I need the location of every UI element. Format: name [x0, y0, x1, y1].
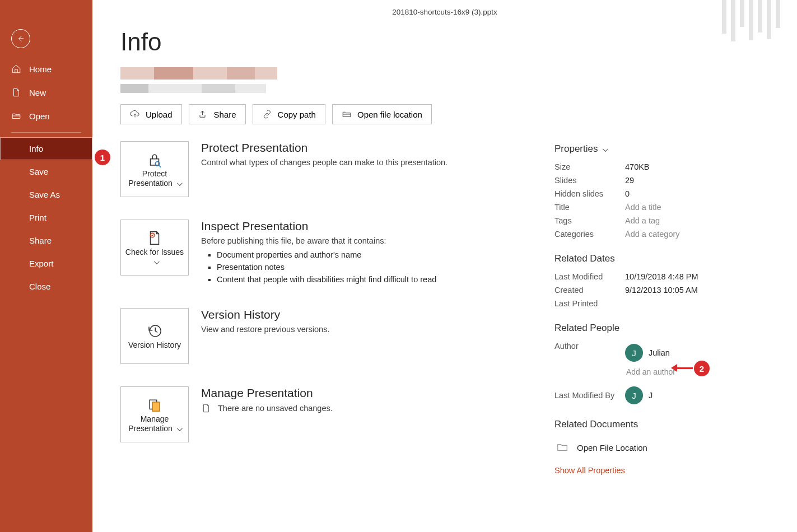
back-button[interactable]: [11, 29, 30, 48]
avatar: J: [625, 386, 643, 404]
prop-value: 10/19/2018 4:48 PM: [625, 272, 698, 281]
nav-label: Save: [29, 167, 48, 176]
inspect-item: Document properties and author's name: [217, 249, 436, 261]
show-all-properties-link[interactable]: Show All Properties: [554, 466, 625, 475]
nav-export[interactable]: Export: [0, 252, 92, 275]
open-file-location-link[interactable]: Open File Location: [554, 436, 756, 454]
prop-value: 29: [625, 176, 634, 185]
properties-panel: Properties Size 470KB Slides 29 Hidden s…: [554, 141, 756, 475]
date-created: Created 9/12/2013 10:05 AM: [554, 283, 756, 297]
prop-key: Size: [554, 162, 625, 171]
backstage-sidebar: Home New Open Info Save Save As Print Sh…: [0, 0, 92, 532]
inspect-item: Content that people with disabilities mi…: [217, 273, 436, 286]
upload-button[interactable]: Upload: [120, 104, 182, 124]
nav-label: New: [29, 88, 46, 97]
copy-path-button[interactable]: Copy path: [253, 104, 325, 124]
nav-close[interactable]: Close: [0, 275, 92, 298]
manage-status-text: There are no unsaved changes.: [218, 404, 333, 413]
properties-heading[interactable]: Properties: [554, 143, 756, 155]
prop-value: 0: [625, 189, 630, 198]
prop-placeholder: Add a tag: [625, 216, 660, 225]
link-icon: [262, 109, 272, 119]
manage-status: There are no unsaved changes.: [201, 403, 333, 413]
author-name: Julian: [649, 348, 670, 357]
nav-label: Share: [29, 236, 52, 245]
callout-badge-1: 1: [95, 150, 110, 165]
open-file-location-label: Open File Location: [577, 443, 647, 452]
prop-title[interactable]: Title Add a title: [554, 200, 756, 214]
prop-hidden-slides: Hidden slides 0: [554, 187, 756, 200]
prop-key: Slides: [554, 176, 625, 185]
upload-cloud-icon: [130, 109, 140, 119]
nav-label: Close: [29, 282, 50, 291]
prop-key: Created: [554, 286, 625, 295]
nav-save[interactable]: Save: [0, 160, 92, 183]
author-row: Author J Julian Add an author: [554, 339, 756, 384]
nav-divider: [11, 132, 81, 133]
prop-key: Title: [554, 203, 625, 212]
nav-print[interactable]: Print: [0, 206, 92, 229]
prop-key: Last Printed: [554, 299, 625, 308]
protect-presentation-card[interactable]: Protect Presentation: [120, 141, 189, 197]
date-last-printed: Last Printed: [554, 297, 756, 310]
button-label: Open file location: [357, 110, 422, 119]
lastmodby-person[interactable]: J J: [625, 386, 652, 404]
share-button[interactable]: Share: [189, 104, 246, 124]
document-icon: [201, 403, 211, 413]
related-dates-heading: Related Dates: [554, 253, 756, 264]
related-documents-heading: Related Documents: [554, 419, 756, 430]
document-check-icon: [146, 228, 163, 248]
nav-label: Open: [29, 111, 50, 121]
prop-tags[interactable]: Tags Add a tag: [554, 214, 756, 227]
history-icon: [146, 321, 163, 340]
callout-badge-2: 2: [694, 361, 710, 376]
home-icon: [11, 64, 21, 74]
page-title: Info: [120, 28, 769, 56]
prop-key: Hidden slides: [554, 189, 625, 198]
nav-info[interactable]: Info: [0, 137, 92, 160]
lastmodby-label: Last Modified By: [554, 391, 625, 400]
date-last-modified: Last Modified 10/19/2018 4:48 PM: [554, 270, 756, 283]
nav-open[interactable]: Open: [0, 104, 92, 128]
manage-presentation-card[interactable]: Manage Presentation: [120, 386, 189, 442]
nav-home[interactable]: Home: [0, 57, 92, 81]
prop-categories[interactable]: Categories Add a category: [554, 227, 756, 241]
button-label: Copy path: [278, 110, 316, 119]
version-history-card[interactable]: Version History: [120, 308, 189, 364]
card-label: Protect Presentation: [123, 169, 186, 189]
prop-slides: Slides 29: [554, 174, 756, 187]
prop-placeholder: Add a category: [625, 230, 680, 239]
open-file-location-button[interactable]: Open file location: [332, 104, 432, 124]
nav-label: Export: [29, 259, 53, 268]
check-for-issues-card[interactable]: Check for Issues: [120, 220, 189, 276]
card-label: Manage Presentation: [123, 414, 186, 434]
redacted-path: [120, 67, 277, 94]
share-icon: [198, 109, 208, 119]
prop-placeholder: Add a title: [625, 203, 661, 212]
button-label: Upload: [146, 110, 173, 119]
nav-save-as[interactable]: Save As: [0, 183, 92, 206]
version-history-block: Version History Version History View and…: [120, 308, 526, 364]
nav-label: Info: [29, 144, 43, 153]
card-label: Version History: [128, 340, 181, 351]
prop-value: 470KB: [625, 162, 650, 171]
nav-new[interactable]: New: [0, 81, 92, 104]
arrow-left-icon: [16, 34, 25, 43]
file-icon: [11, 87, 21, 97]
prop-key: Categories: [554, 230, 625, 239]
block-heading: Version History: [201, 308, 329, 321]
nav-share[interactable]: Share: [0, 229, 92, 252]
inspect-list: Document properties and author's name Pr…: [201, 249, 436, 286]
nav-label: Home: [29, 64, 52, 74]
block-heading: Manage Presentation: [201, 386, 333, 400]
folder-open-icon: [342, 109, 352, 119]
related-people-heading: Related People: [554, 323, 756, 334]
prop-key: Last Modified: [554, 272, 625, 281]
corner-watermark: [722, 0, 780, 41]
card-label: Check for Issues: [123, 248, 186, 267]
lastmodby-name: J: [649, 391, 652, 400]
callout-arrow-2: [671, 364, 693, 372]
folder-open-icon: [11, 111, 21, 121]
inspect-item: Presentation notes: [217, 261, 436, 273]
folder-icon: [554, 441, 570, 454]
